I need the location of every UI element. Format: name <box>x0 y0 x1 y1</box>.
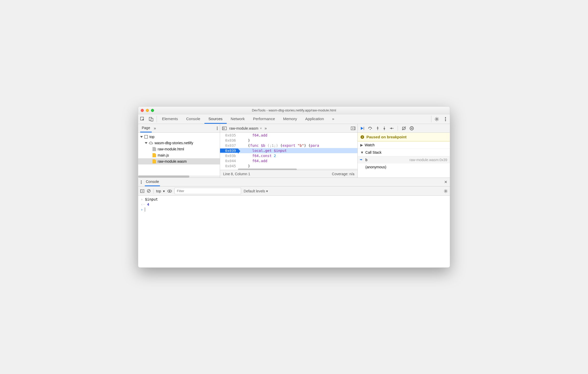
kebab-menu-icon[interactable] <box>441 114 450 124</box>
svg-rect-30 <box>140 190 141 193</box>
source-panel: raw-module.wasm × » 0x035 f64.add 0x036 … <box>220 124 358 178</box>
stack-frame[interactable]: (anonymous) <box>358 163 450 171</box>
titlebar: DevTools - wasm-dbg-stories.netlify.app/… <box>138 107 450 114</box>
step-over-icon[interactable] <box>368 127 373 130</box>
svg-point-6 <box>445 120 446 121</box>
svg-point-9 <box>217 129 217 130</box>
sources-panels: Page » top wasm-dbg-stories.netlify <box>138 124 450 178</box>
source-tabs-overflow-icon[interactable]: » <box>265 126 267 131</box>
callstack-section[interactable]: ▼Call Stack <box>358 149 450 156</box>
navigator-scrollbar[interactable] <box>138 175 220 178</box>
info-icon: i <box>360 135 364 139</box>
navigator-overflow-icon[interactable]: » <box>154 126 156 131</box>
filter-input[interactable] <box>175 188 241 194</box>
console-prompt[interactable]: › <box>138 207 450 212</box>
pause-banner: i Paused on breakpoint <box>358 133 450 141</box>
live-expression-icon[interactable] <box>167 190 172 193</box>
svg-rect-23 <box>412 128 412 129</box>
tree-top[interactable]: top <box>138 134 220 140</box>
cursor <box>145 207 145 212</box>
svg-rect-14 <box>354 127 355 130</box>
svg-point-5 <box>445 119 446 120</box>
svg-point-3 <box>436 118 438 120</box>
debugger-panel: i Paused on breakpoint ▶Watch ▼Call Stac… <box>358 124 450 178</box>
svg-point-18 <box>384 127 385 127</box>
tree-file-html[interactable]: raw-module.html <box>138 146 220 152</box>
inspect-icon[interactable] <box>138 114 147 124</box>
tab-sources[interactable]: Sources <box>204 114 227 124</box>
deactivate-breakpoints-icon[interactable] <box>402 126 406 130</box>
device-toggle-icon[interactable] <box>147 114 156 124</box>
devtools-window: DevTools - wasm-dbg-stories.netlify.app/… <box>138 106 450 268</box>
drawer-close-icon[interactable]: × <box>444 179 447 185</box>
svg-line-32 <box>148 190 150 192</box>
navigator-tab-page[interactable]: Page <box>140 124 152 132</box>
svg-rect-2 <box>151 118 153 121</box>
file-tree: top wasm-dbg-stories.netlify raw-module.… <box>138 133 220 175</box>
coverage-status: Coverage: n/a <box>332 172 354 176</box>
tabs-overflow-icon[interactable]: » <box>328 114 338 124</box>
main-tabbar: Elements Console Sources Network Perform… <box>138 114 450 124</box>
resume-icon[interactable] <box>360 126 364 130</box>
output-chevron-icon: ‹· <box>141 202 145 206</box>
console-output[interactable]: › $input ‹· 4 › <box>138 196 450 267</box>
console-toolbar: top ▾ Default levels ▾ <box>138 186 450 196</box>
svg-point-21 <box>410 127 413 130</box>
console-settings-icon[interactable] <box>444 189 448 193</box>
clear-console-icon[interactable] <box>147 189 151 193</box>
svg-point-26 <box>141 180 141 181</box>
file-icon <box>153 153 156 157</box>
close-tab-icon[interactable]: × <box>260 126 262 130</box>
navigator-panel: Page » top wasm-dbg-stories.netlify <box>138 124 220 178</box>
svg-point-4 <box>445 117 446 118</box>
svg-text:i: i <box>362 136 363 139</box>
cloud-icon <box>149 141 153 144</box>
tab-application[interactable]: Application <box>301 114 328 124</box>
step-into-icon[interactable] <box>376 126 379 130</box>
drawer-tab-console[interactable]: Console <box>145 178 160 186</box>
svg-point-16 <box>370 129 371 130</box>
tree-file-js[interactable]: main.js <box>138 152 220 158</box>
tab-performance[interactable]: Performance <box>249 114 279 124</box>
svg-point-19 <box>393 128 394 129</box>
input-chevron-icon: › <box>141 197 143 201</box>
toggle-debugger-icon[interactable] <box>351 127 355 130</box>
file-icon <box>153 159 156 163</box>
svg-rect-22 <box>411 128 411 129</box>
context-selector[interactable]: top ▾ <box>156 189 165 193</box>
svg-point-28 <box>141 183 141 184</box>
navigator-menu-icon[interactable] <box>217 127 218 130</box>
settings-icon[interactable] <box>432 114 441 124</box>
svg-point-17 <box>377 129 378 130</box>
log-levels-selector[interactable]: Default levels ▾ <box>244 189 268 193</box>
watch-section[interactable]: ▶Watch <box>358 141 450 149</box>
toggle-navigator-icon[interactable] <box>222 127 227 130</box>
source-tab[interactable]: raw-module.wasm × <box>229 126 262 130</box>
tab-elements[interactable]: Elements <box>158 114 182 124</box>
tab-network[interactable]: Network <box>227 114 249 124</box>
prompt-chevron-icon: › <box>141 207 143 212</box>
stack-frame[interactable]: b raw-module.wasm:0x39 <box>358 156 450 163</box>
code-editor[interactable]: 0x035 f64.add 0x036 ) 0x037 (func $b (;1… <box>220 133 357 170</box>
source-statusbar: Line 8, Column 1 Coverage: n/a <box>220 170 357 178</box>
tree-file-wasm[interactable]: raw-module.wasm <box>138 158 220 164</box>
tab-console[interactable]: Console <box>182 114 204 124</box>
console-output-line: ‹· 4 <box>138 202 450 207</box>
console-sidebar-icon[interactable] <box>140 189 144 193</box>
step-icon[interactable] <box>389 127 394 130</box>
svg-point-34 <box>169 190 170 192</box>
console-input-line: › $input <box>138 197 450 202</box>
tree-domain[interactable]: wasm-dbg-stories.netlify <box>138 140 220 146</box>
tab-memory[interactable]: Memory <box>279 114 301 124</box>
svg-point-8 <box>217 128 217 129</box>
svg-rect-15 <box>364 127 364 130</box>
svg-point-7 <box>217 127 217 127</box>
frame-icon <box>144 135 148 139</box>
file-icon <box>153 147 156 151</box>
step-out-icon[interactable] <box>383 126 386 130</box>
console-drawer: Console × top ▾ Default levels ▾ › $inpu… <box>138 178 450 267</box>
pause-exceptions-icon[interactable] <box>410 126 414 130</box>
drawer-menu-icon[interactable] <box>141 180 142 184</box>
code-scrollbar[interactable] <box>238 169 357 170</box>
cursor-position: Line 8, Column 1 <box>223 172 250 176</box>
